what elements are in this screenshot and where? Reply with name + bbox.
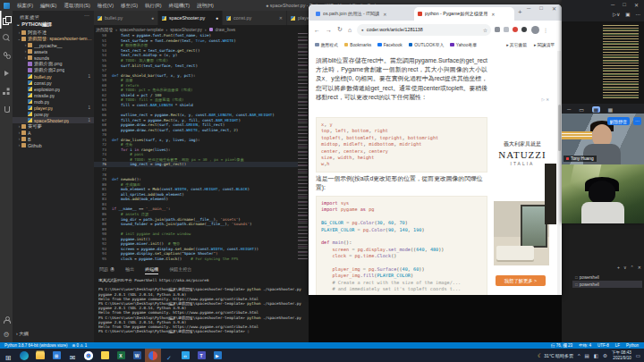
layout-single-icon[interactable]: ─ xyxy=(567,106,571,112)
layout-icon[interactable]: ▣ xyxy=(625,12,630,17)
tray-display-icon[interactable]: ◧ xyxy=(594,353,598,358)
file-item[interactable]: ›B xyxy=(13,136,94,142)
file-item[interactable]: spaceShooter.py1 xyxy=(13,117,94,123)
tab-modified-dot[interactable]: ● xyxy=(216,15,218,21)
taskbar-icon-excel[interactable]: X xyxy=(113,349,129,362)
file-item[interactable]: explosion.py xyxy=(13,86,94,92)
maximize-icon[interactable]: □ xyxy=(539,5,543,12)
extension-icon[interactable] xyxy=(504,27,509,32)
status-item[interactable]: LF xyxy=(615,343,620,348)
tray-settings-icon[interactable]: ⚙ xyxy=(603,353,607,358)
bookmark-item[interactable]: Yahoo奇摩 xyxy=(450,42,477,47)
home-icon[interactable]: ⌂ xyxy=(348,27,352,33)
editor-tab[interactable]: player.py● xyxy=(287,11,309,25)
activity-debug-icon[interactable] xyxy=(0,64,13,82)
notification-center-icon[interactable]: ▭ xyxy=(636,353,640,358)
terminal-toolbar-icon[interactable]: ∨ xyxy=(623,265,627,270)
taskbar-icon-vscode[interactable]: ‹› xyxy=(177,349,193,362)
maximize-icon[interactable]: □ xyxy=(623,2,626,8)
terminal-session-item[interactable]: □ powershell xyxy=(572,281,642,288)
editor-tab[interactable]: bullet.py● xyxy=(94,11,158,25)
workspace-section[interactable]: ⌄ PYTHON編課 xyxy=(16,21,52,28)
taskbar-icon-edge[interactable] xyxy=(16,349,32,362)
bookmark-star-icon[interactable]: ☆ xyxy=(483,27,487,33)
terminal-toolbar-icon[interactable]: ⌃ xyxy=(631,265,634,270)
editor-tab[interactable]: const.py✕ xyxy=(223,11,287,25)
tab-close-icon[interactable]: ✕ xyxy=(279,15,283,21)
minimize-icon[interactable]: ─ xyxy=(611,2,614,8)
activity-test-icon[interactable] xyxy=(0,100,13,118)
file-item[interactable]: pow.py xyxy=(13,111,94,117)
site-security-icon[interactable]: ● xyxy=(361,28,364,32)
status-item[interactable]: Python xyxy=(626,343,639,348)
back-icon[interactable]: ← xyxy=(314,27,320,33)
extension-icon[interactable] xyxy=(521,27,527,32)
explorer-more-icon[interactable]: ··· xyxy=(84,13,89,18)
participant-more-icon[interactable]: ⋯ xyxy=(633,117,641,125)
file-item[interactable]: player.py1 xyxy=(13,105,94,111)
file-item[interactable]: ›sounds xyxy=(13,55,94,61)
terminal-toolbar-icon[interactable]: + xyxy=(617,265,620,270)
activity-settings-gear-icon[interactable]: ⚙ xyxy=(0,325,13,343)
browser-tab[interactable]: os.path.join 的用法 - IT閱讀✕ xyxy=(312,7,412,21)
bookmark-item[interactable]: Bookmarks xyxy=(344,43,372,47)
file-item[interactable]: const.py xyxy=(13,80,94,86)
more-icon[interactable]: ⋯ xyxy=(636,12,641,17)
menu-item[interactable]: 選取項目(S) xyxy=(60,3,93,9)
profile-avatar[interactable] xyxy=(531,26,539,34)
layout-tiles-icon[interactable]: ▦ xyxy=(608,106,614,113)
taskbar-icon-start[interactable]: ⊞ xyxy=(0,349,16,362)
file-item[interactable]: ›A xyxy=(13,130,94,136)
adblock-icon[interactable] xyxy=(513,27,518,32)
layout-grid-icon[interactable]: ▦ xyxy=(592,106,600,113)
file-item[interactable]: 遊戲介面2.png xyxy=(13,67,94,73)
browser-menu-icon[interactable]: ⋮ xyxy=(543,27,548,33)
new-tab-icon[interactable]: + xyxy=(518,8,522,16)
weather-widget[interactable]: ☾ 31°C 晴時多雲 xyxy=(538,352,573,358)
menu-item[interactable]: 檢視(V) xyxy=(94,3,117,9)
browser-tab[interactable]: python - Pygame如何之樣使用✕ xyxy=(414,7,514,21)
menu-item[interactable]: 檔案(F) xyxy=(13,3,37,9)
minimap[interactable] xyxy=(298,33,308,261)
menu-item[interactable]: 移至(G) xyxy=(117,3,141,9)
tab-close-icon[interactable]: ✕ xyxy=(383,12,386,17)
outline-section[interactable]: › 大綱 xyxy=(16,331,29,337)
panel-tab[interactable]: 問題3 xyxy=(99,264,114,274)
tab-close-icon[interactable]: ✕ xyxy=(491,12,495,17)
taskbar-icon-chrome[interactable] xyxy=(80,349,97,362)
taskbar-icon-sticky-notes[interactable] xyxy=(97,349,113,362)
ad-choices-icon[interactable]: ▷ ✕ xyxy=(542,97,549,102)
taskbar-icon-video-player[interactable]: ▶ xyxy=(209,349,225,362)
activity-search-icon[interactable] xyxy=(0,29,13,46)
participant-video[interactable] xyxy=(562,164,644,223)
tray-people-icon[interactable]: ▤ xyxy=(584,353,589,358)
reload-icon[interactable]: ↻ xyxy=(337,26,343,33)
forward-icon[interactable]: → xyxy=(326,27,332,33)
bookmark-folder[interactable]: ▸ 閱讀清單 xyxy=(534,42,555,47)
python-interpreter[interactable]: Python 3.8.7 64-bit (windows store) xyxy=(4,343,68,348)
bookmark-item[interactable]: 應用程式 xyxy=(315,42,338,47)
code-editor[interactable]: 50 font = pygame.font.Font(font_name, si… xyxy=(94,33,298,262)
unmute-button[interactable]: 解除靜音 xyxy=(607,117,630,125)
taskbar-icon-word[interactable]: W xyxy=(129,349,145,362)
close-icon[interactable]: ✕ xyxy=(552,5,556,12)
taskbar-icon-store[interactable]: ⊞ xyxy=(48,349,64,362)
tray-expand-icon[interactable]: ^ xyxy=(578,353,580,358)
terminal-session-item[interactable]: □ powershell xyxy=(572,274,642,281)
file-item[interactable]: 遊戲介面.png xyxy=(13,61,94,67)
shared-screen-view[interactable] xyxy=(562,21,644,104)
panel-tab[interactable]: 偵錯主控台 xyxy=(169,264,191,274)
close-icon[interactable]: ✕ xyxy=(634,2,639,8)
activity-explorer-icon[interactable] xyxy=(0,11,13,29)
page-scrollbar[interactable] xyxy=(557,51,561,295)
status-item[interactable]: 行 76, 欄 23 xyxy=(551,343,572,348)
taskbar-icon-file-explorer[interactable] xyxy=(32,349,48,362)
bookmark-item[interactable]: OUTLOOK登入 xyxy=(409,42,445,47)
address-bar[interactable]: ● coder.work/article/1281138 ☆ xyxy=(357,24,491,36)
status-item[interactable]: 空格: 4 xyxy=(579,343,591,348)
editor-tab[interactable]: spaceShooter.py● xyxy=(158,11,223,25)
bookmark-folder[interactable]: ▸ 其它書籤 xyxy=(506,42,527,47)
ad-banner-secondary[interactable] xyxy=(545,164,556,224)
taskbar-icon-mail[interactable]: ✉ xyxy=(64,349,80,362)
clock[interactable]: 下午 08:43 2021/9/10 xyxy=(612,350,631,360)
